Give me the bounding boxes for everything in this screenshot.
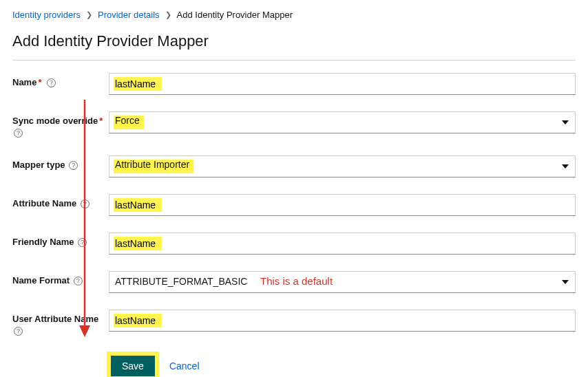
label-user-attr-name: User Attribute Name ? [12,310,109,337]
name-format-select[interactable]: ATTRIBUTE_FORMAT_BASIC [109,271,576,293]
label-mapper-type: Mapper type ? [12,155,109,171]
friendly-name-input[interactable] [109,233,576,255]
help-icon[interactable]: ? [78,238,87,247]
page-title: Add Identity Provider Mapper [12,32,576,50]
label-attr-name: Attribute Name ? [12,194,109,210]
name-input[interactable] [109,73,576,95]
chevron-right-icon: ❯ [165,10,171,19]
cancel-button[interactable]: Cancel [169,360,200,371]
help-icon[interactable]: ? [69,161,78,170]
breadcrumb-link-providers[interactable]: Identity providers [12,10,81,20]
breadcrumb-link-details[interactable]: Provider details [98,10,160,20]
help-icon[interactable]: ? [14,129,23,138]
chevron-right-icon: ❯ [86,10,92,19]
breadcrumb: Identity providers ❯ Provider details ❯ … [12,10,576,20]
breadcrumb-current: Add Identity Provider Mapper [177,10,293,20]
label-sync-mode: Sync mode override* ? [12,111,109,139]
user-attribute-name-input[interactable] [109,310,576,332]
divider [12,60,576,61]
help-icon[interactable]: ? [81,200,90,208]
mapper-type-select[interactable]: Attribute Importer [109,155,576,177]
help-icon[interactable]: ? [14,327,23,336]
label-name-format: Name Format ? [12,271,109,287]
help-icon[interactable]: ? [74,277,83,286]
save-highlight: Save [109,354,157,377]
label-name: Name* ? [12,73,109,89]
sync-mode-select[interactable]: Force [109,111,576,133]
help-icon[interactable]: ? [47,78,56,87]
attribute-name-input[interactable] [109,194,576,216]
save-button[interactable]: Save [111,356,155,376]
label-friendly-name: Friendly Name ? [12,233,109,248]
